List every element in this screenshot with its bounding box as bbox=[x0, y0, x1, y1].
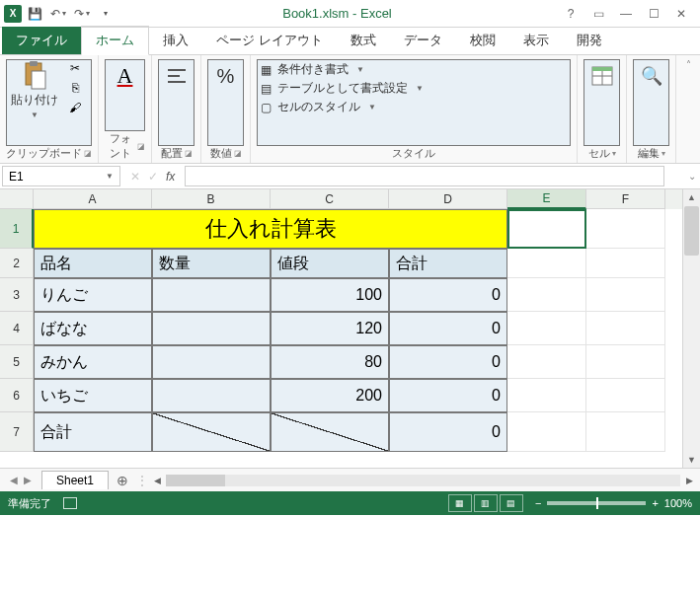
cell[interactable] bbox=[507, 278, 586, 312]
tab-data[interactable]: データ bbox=[390, 27, 456, 54]
scroll-track[interactable] bbox=[683, 257, 700, 452]
cell[interactable] bbox=[586, 278, 665, 312]
cell[interactable]: みかん bbox=[34, 345, 152, 379]
cell[interactable] bbox=[152, 278, 271, 312]
dialog-launcher-icon[interactable]: ◪ bbox=[84, 149, 92, 158]
tab-page-layout[interactable]: ページ レイアウト bbox=[202, 27, 337, 54]
cell-diagonal[interactable] bbox=[152, 412, 271, 452]
view-page-layout-button[interactable]: ▥ bbox=[474, 494, 498, 512]
cell[interactable]: 80 bbox=[271, 345, 389, 379]
formula-bar[interactable] bbox=[185, 166, 664, 186]
close-button[interactable]: ✕ bbox=[668, 3, 694, 25]
cell[interactable]: 0 bbox=[389, 345, 507, 379]
cell-title[interactable]: 仕入れ計算表 bbox=[34, 209, 507, 249]
row-header[interactable]: 7 bbox=[0, 412, 34, 452]
font-button[interactable]: A bbox=[108, 60, 143, 92]
sheet-tab[interactable]: Sheet1 bbox=[41, 471, 109, 489]
scroll-down-button[interactable]: ▼ bbox=[683, 452, 700, 468]
tab-view[interactable]: 表示 bbox=[509, 27, 563, 54]
enter-formula-button[interactable]: ✓ bbox=[148, 170, 158, 184]
cell-header[interactable]: 値段 bbox=[271, 249, 389, 278]
col-header[interactable]: D bbox=[389, 189, 507, 209]
tab-insert[interactable]: 挿入 bbox=[149, 27, 202, 54]
cell[interactable] bbox=[152, 379, 271, 412]
collapse-ribbon-button[interactable]: ˄ bbox=[676, 55, 700, 163]
col-header[interactable]: A bbox=[34, 189, 152, 209]
scroll-up-button[interactable]: ▲ bbox=[683, 189, 700, 205]
cell[interactable] bbox=[507, 312, 586, 345]
col-header[interactable]: C bbox=[271, 189, 389, 209]
cell[interactable] bbox=[152, 345, 271, 379]
cell[interactable]: いちご bbox=[34, 379, 152, 412]
cell[interactable]: ばなな bbox=[34, 312, 152, 345]
tab-review[interactable]: 校閲 bbox=[456, 27, 509, 54]
cell[interactable] bbox=[586, 379, 665, 412]
scroll-thumb[interactable] bbox=[684, 206, 699, 256]
dialog-launcher-icon[interactable]: ◪ bbox=[137, 142, 145, 151]
macro-record-icon[interactable] bbox=[63, 497, 77, 509]
cancel-formula-button[interactable]: ✕ bbox=[130, 170, 140, 184]
horizontal-scrollbar[interactable]: ◀ ▶ bbox=[146, 475, 700, 486]
row-header[interactable]: 2 bbox=[0, 249, 34, 278]
copy-button[interactable]: ⎘ bbox=[66, 80, 84, 96]
cell[interactable] bbox=[586, 249, 665, 278]
cell-header[interactable]: 合計 bbox=[389, 249, 507, 278]
cell-styles-button[interactable]: ▢ セルのスタイル▼ bbox=[258, 98, 376, 116]
dialog-launcher-icon[interactable]: ◪ bbox=[185, 149, 193, 158]
row-header[interactable]: 1 bbox=[0, 209, 34, 249]
ribbon-display-button[interactable]: ▭ bbox=[585, 3, 611, 25]
cell[interactable]: 200 bbox=[271, 379, 389, 412]
tab-split-handle[interactable]: ⋮ bbox=[136, 474, 146, 487]
cell[interactable] bbox=[507, 412, 586, 452]
select-all-button[interactable] bbox=[0, 189, 34, 209]
grid-main[interactable]: A B C D E F 仕入れ計算表 品名 数量 値段 合計 bbox=[34, 189, 682, 468]
cell[interactable] bbox=[507, 249, 586, 278]
cell[interactable]: 0 bbox=[389, 379, 507, 412]
row-header[interactable]: 4 bbox=[0, 312, 34, 345]
format-painter-button[interactable]: 🖌 bbox=[66, 100, 84, 115]
scroll-thumb[interactable] bbox=[166, 475, 225, 486]
cell[interactable] bbox=[586, 312, 665, 345]
view-normal-button[interactable]: ▦ bbox=[448, 494, 472, 512]
paste-button[interactable]: 貼り付け ▼ bbox=[7, 60, 62, 121]
tab-file[interactable]: ファイル bbox=[2, 27, 81, 54]
cut-button[interactable]: ✂ bbox=[66, 60, 84, 76]
row-header[interactable]: 6 bbox=[0, 379, 34, 412]
minimize-button[interactable]: ― bbox=[613, 3, 639, 25]
qat-dropdown[interactable]: ▾ bbox=[95, 3, 117, 25]
cell[interactable] bbox=[586, 412, 665, 452]
zoom-slider[interactable] bbox=[547, 501, 646, 505]
cell[interactable]: 0 bbox=[389, 278, 507, 312]
cell-header[interactable]: 品名 bbox=[34, 249, 152, 278]
cell[interactable] bbox=[586, 209, 665, 249]
zoom-in-button[interactable]: + bbox=[652, 497, 658, 509]
row-header[interactable]: 3 bbox=[0, 278, 34, 312]
undo-button[interactable]: ↶ bbox=[47, 3, 69, 25]
col-header[interactable]: B bbox=[152, 189, 271, 209]
cell[interactable]: 100 bbox=[271, 278, 389, 312]
cell[interactable]: 0 bbox=[389, 312, 507, 345]
vertical-scrollbar[interactable]: ▲ ▼ bbox=[682, 189, 700, 468]
redo-button[interactable]: ↷ bbox=[71, 3, 93, 25]
scroll-left-button[interactable]: ◀ bbox=[150, 476, 164, 485]
cell[interactable]: 0 bbox=[389, 412, 507, 452]
conditional-formatting-button[interactable]: ▦ 条件付き書式▼ bbox=[258, 60, 364, 79]
col-header[interactable]: F bbox=[586, 189, 665, 209]
cell[interactable] bbox=[507, 209, 586, 249]
cells-button[interactable] bbox=[584, 60, 620, 92]
zoom-level[interactable]: 100% bbox=[664, 497, 692, 509]
tab-formulas[interactable]: 数式 bbox=[337, 27, 390, 54]
alignment-button[interactable] bbox=[159, 60, 194, 92]
sheet-nav-prev[interactable]: ◀ bbox=[10, 475, 18, 485]
cell-header[interactable]: 数量 bbox=[152, 249, 271, 278]
tab-developer[interactable]: 開発 bbox=[563, 27, 616, 54]
cell[interactable]: 合計 bbox=[34, 412, 152, 452]
col-header[interactable]: E bbox=[507, 189, 586, 209]
maximize-button[interactable]: ☐ bbox=[641, 3, 666, 25]
zoom-out-button[interactable]: − bbox=[535, 497, 541, 509]
cell[interactable] bbox=[152, 312, 271, 345]
cell[interactable] bbox=[507, 345, 586, 379]
expand-formula-bar-button[interactable]: ⌄ bbox=[684, 164, 700, 188]
new-sheet-button[interactable]: ⊕ bbox=[109, 473, 136, 488]
cell[interactable] bbox=[507, 379, 586, 412]
